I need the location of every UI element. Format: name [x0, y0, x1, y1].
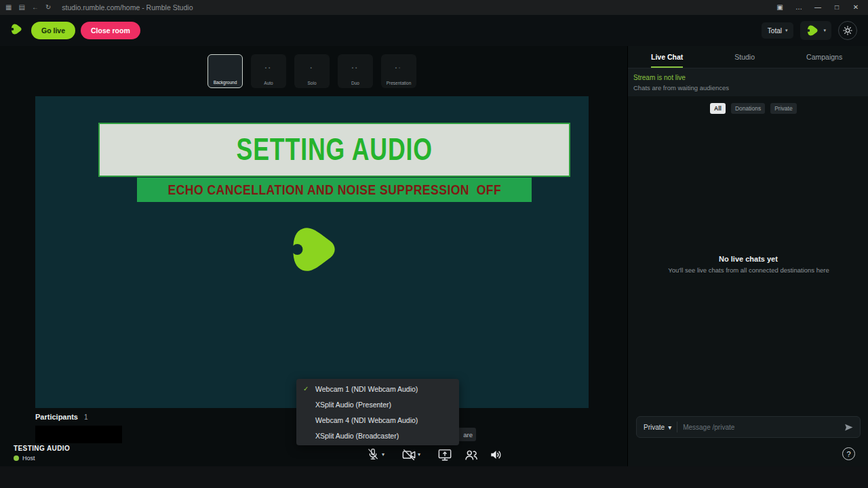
more-menu-icon[interactable]: … [789, 0, 808, 15]
layout-solo[interactable]: ▪ Solo [294, 54, 330, 88]
stream-status-title: Stream is not live [633, 74, 686, 81]
mic-options-chevron[interactable]: ▾ [382, 451, 384, 458]
layout-thumb [208, 55, 242, 80]
total-dropdown[interactable]: Total ▾ [762, 22, 794, 39]
minimize-icon[interactable]: — [808, 0, 827, 15]
pip-icon[interactable]: ▣ [770, 0, 789, 15]
windows-taskbar: ✦ PS▦◉X◆▣◎▶◈LZ○▤▥▧TA◐●NDI▦ ^✎◄↯▭ 10:10 P… [0, 466, 868, 488]
mic-muted-icon [366, 447, 380, 461]
tab-campaigns[interactable]: Campaigns [806, 46, 842, 68]
camera-muted-button[interactable] [401, 448, 416, 464]
audience-selector[interactable]: Private ▾ [644, 424, 671, 431]
stream-status-subtitle: Chats are from waiting audiences [633, 84, 729, 92]
mic-muted-button[interactable] [366, 447, 380, 463]
screen: ▦▤←↻ studio.rumble.com/home - Rumble Stu… [0, 0, 868, 488]
rumble-destination-icon [806, 24, 819, 37]
host-status-icon [14, 455, 19, 461]
caret-down-icon: ▾ [785, 28, 788, 33]
stage-subtitle: ECHO CANCELLATION AND NOISE SUPPRESSION … [167, 182, 501, 198]
layout-presentation[interactable]: ▪▫ Presentation [381, 54, 416, 88]
chat-filters: AllDonationsPrivate [710, 103, 797, 114]
audio-menu-item[interactable]: Webcam 4 (NDI Webcam Audio) [296, 412, 459, 428]
settings-button[interactable] [838, 21, 857, 40]
send-message-button[interactable] [844, 423, 853, 432]
camera-muted-icon [401, 448, 416, 462]
close-room-button[interactable]: Close room [81, 22, 140, 39]
close-window-icon[interactable]: ✕ [846, 0, 865, 15]
chat-sidebar: Live Chat Studio Campaigns Stream is not… [627, 46, 868, 466]
stage-title: SETTING AUDIO [236, 132, 432, 167]
chat-message-input[interactable] [683, 424, 839, 431]
layout-auto[interactable]: ▪▪ Auto [251, 54, 286, 88]
help-button[interactable]: ? [842, 447, 855, 460]
gear-icon [842, 25, 853, 36]
composer-divider [677, 422, 677, 432]
check-icon: ✓ [303, 385, 315, 392]
participant-tile[interactable] [35, 426, 122, 443]
filter-donations[interactable]: Donations [731, 103, 765, 114]
layout-duo[interactable]: ▪▪ Duo [338, 54, 373, 88]
filter-private[interactable]: Private [770, 103, 796, 114]
stage-subtitle-banner: ECHO CANCELLATION AND NOISE SUPPRESSION … [137, 178, 532, 202]
participants-header: Participants 1 [35, 413, 88, 421]
chat-empty-title: No live chats yet [628, 255, 868, 263]
stream-destination-button[interactable]: ▾ [800, 21, 831, 40]
layout-thumb: ▪ [294, 54, 330, 81]
chat-empty-subtitle: You'll see live chats from all connected… [647, 266, 850, 274]
rumble-logo-icon [9, 22, 23, 39]
audience-label: Private [644, 424, 665, 431]
audio-source-menu: ✓ Webcam 1 (NDI Webcam Audio) XSplit Aud… [296, 379, 459, 445]
studio-header: Go live Close room Total ▾ ▾ [0, 15, 868, 46]
rumble-watermark-icon [285, 220, 342, 282]
studio-workspace: Background ▪▪ Auto ▪ Solo ▪▪ Duo ▪▫ Pres… [0, 46, 627, 466]
go-live-button[interactable]: Go live [31, 22, 75, 39]
caret-down-icon: ▾ [823, 28, 826, 33]
audio-menu-item[interactable]: ✓ Webcam 1 (NDI Webcam Audio) [296, 381, 459, 396]
send-icon [844, 423, 853, 432]
participant-role: Host [14, 455, 35, 462]
audio-menu-item[interactable]: XSplit Audio (Presenter) [296, 396, 459, 412]
sidebar-tabs: Live Chat Studio Campaigns [628, 46, 868, 68]
header-right-cluster: Total ▾ ▾ [762, 21, 857, 40]
stage-title-banner: SETTING AUDIO [98, 123, 570, 177]
speaker-button[interactable] [489, 448, 504, 464]
participants-button[interactable] [464, 448, 479, 464]
layout-thumb: ▪▪ [251, 54, 286, 81]
participants-label: Participants [35, 413, 78, 421]
browser-nav-icons: ▦▤←↻ [5, 0, 51, 15]
participants-count: 1 [84, 413, 88, 421]
maximize-icon[interactable]: □ [827, 0, 846, 15]
total-label: Total [768, 27, 782, 35]
browser-title: studio.rumble.com/home - Rumble Studio [62, 3, 193, 12]
stage-canvas: SETTING AUDIO ECHO CANCELLATION AND NOIS… [35, 96, 589, 408]
tab-live-chat[interactable]: Live Chat [651, 46, 683, 68]
window-controls: ▣…—□✕ [770, 0, 865, 15]
role-label: Host [22, 455, 35, 462]
screen-share-button[interactable] [437, 448, 452, 464]
back-icon[interactable]: ← [32, 0, 39, 15]
audio-menu-item[interactable]: XSplit Audio (Broadcaster) [296, 428, 459, 443]
screen-share-icon [437, 448, 452, 462]
layout-selector: Background ▪▪ Auto ▪ Solo ▪▪ Duo ▪▫ Pres… [208, 54, 416, 88]
filter-all[interactable]: All [710, 103, 726, 114]
refresh-icon[interactable]: ↻ [45, 0, 51, 15]
tabs-icon[interactable]: ▤ [18, 0, 24, 15]
layout-thumb: ▪▫ [381, 54, 416, 81]
participant-name: TESTING AUDIO [14, 445, 70, 452]
caret-down-icon: ▾ [668, 424, 671, 431]
speaker-icon [489, 448, 504, 462]
layout-background[interactable]: Background [208, 54, 243, 88]
grid-icon[interactable]: ▦ [5, 0, 12, 15]
browser-titlebar: ▦▤←↻ studio.rumble.com/home - Rumble Stu… [0, 0, 868, 15]
chat-composer: Private ▾ [636, 416, 861, 438]
layout-thumb: ▪▪ [338, 54, 373, 81]
stream-status-panel: Stream is not live Chats are from waitin… [628, 68, 868, 96]
people-icon [464, 448, 479, 462]
tab-studio[interactable]: Studio [734, 46, 755, 68]
camera-options-chevron[interactable]: ▾ [418, 451, 420, 458]
